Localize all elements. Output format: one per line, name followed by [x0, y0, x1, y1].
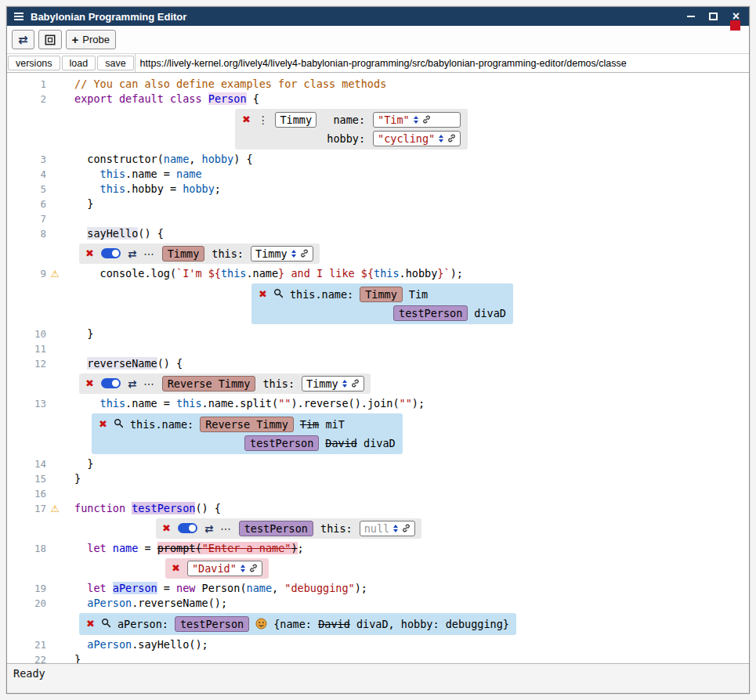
example-badge[interactable]: testPerson	[239, 521, 313, 536]
delete-button[interactable]: ✖	[162, 522, 171, 534]
frame-button[interactable]	[38, 30, 62, 49]
link-icon[interactable]	[351, 379, 360, 388]
code-line[interactable]: 4 this.name = name	[7, 167, 749, 182]
more-options-icon[interactable]: ⋯	[143, 247, 155, 260]
link-icon[interactable]	[422, 115, 431, 124]
code-line[interactable]: 22}	[7, 652, 749, 663]
stepper-icon[interactable]	[439, 135, 443, 143]
swap-button[interactable]: ⇄	[12, 30, 34, 49]
probe-values: Tim	[409, 288, 428, 301]
example-badge[interactable]: Timmy	[360, 287, 403, 302]
code-line[interactable]: 9⚠ console.log(`I'm ${this.name} and I l…	[7, 266, 749, 281]
minimize-button[interactable]	[685, 11, 696, 23]
code-line[interactable]: 8 sayHello() {	[7, 226, 749, 241]
code-line[interactable]: 6 }	[7, 197, 749, 211]
param-value-input[interactable]: "Tim"	[373, 112, 461, 128]
link-icon[interactable]	[447, 134, 456, 143]
probe-values: divaD	[474, 307, 506, 319]
example-widget: ✖⇄⋯testPersonthis:null	[156, 518, 421, 539]
status-text: Ready	[13, 667, 45, 680]
code-line[interactable]: 15}	[7, 471, 749, 486]
code-text: console.log(`I'm ${this.name} and I like…	[74, 266, 463, 281]
code-line[interactable]: 7	[7, 211, 749, 226]
code-line[interactable]: 5 this.hobby = hobby;	[7, 182, 749, 197]
more-options-icon[interactable]: ⋯	[143, 377, 155, 390]
probe-row: ✖aPerson:testPerson{name: David divaD, h…	[86, 616, 509, 632]
code-line[interactable]: 12 reverseName() {	[7, 356, 749, 371]
line-number: 1	[7, 77, 46, 92]
example-toggle[interactable]	[178, 523, 197, 533]
example-badge[interactable]: Reverse Timmy	[162, 376, 256, 391]
example-badge[interactable]: testPerson	[244, 435, 319, 451]
url-input[interactable]	[135, 54, 749, 72]
delete-button[interactable]: ✖	[85, 247, 94, 259]
example-toggle[interactable]	[101, 378, 121, 388]
probe-value: divaD	[474, 307, 506, 319]
example-badge[interactable]: testPerson	[393, 305, 468, 321]
load-button[interactable]: load	[62, 56, 96, 70]
code-line[interactable]: 20 aPerson.reverseName();	[7, 596, 749, 611]
code-line[interactable]: 2export default class Person {	[7, 92, 749, 106]
link-icon[interactable]	[402, 524, 411, 532]
save-button[interactable]: save	[97, 56, 133, 70]
code-token: ,	[189, 153, 201, 165]
stepper-icon[interactable]	[342, 380, 347, 388]
example-name-input[interactable]: Timmy	[275, 112, 317, 128]
delete-button[interactable]: ✖	[85, 377, 94, 389]
code-line[interactable]: 1// You can also define examples for cla…	[7, 77, 749, 92]
link-icon[interactable]	[249, 564, 258, 572]
line-number: 9	[7, 266, 46, 281]
line-number: 8	[7, 226, 46, 241]
swap-icon[interactable]: ⇄	[128, 377, 136, 390]
stepper-icon[interactable]	[393, 525, 398, 532]
this-value-select[interactable]: null	[360, 521, 416, 536]
code-line[interactable]: 3 constructor(name, hobby) {	[7, 152, 749, 167]
maximize-button[interactable]	[707, 11, 719, 23]
add-probe-button[interactable]: + Probe	[66, 30, 116, 49]
probe-row: ✖this.name:Reverse TimmyTim miT	[99, 417, 345, 432]
delete-button[interactable]: ✖	[259, 288, 267, 300]
example-badge[interactable]: testPerson	[175, 616, 249, 632]
this-value-select[interactable]: Timmy	[302, 376, 364, 391]
example-badge[interactable]: Timmy	[162, 246, 205, 262]
code-token: class	[170, 92, 202, 105]
delete-button[interactable]: ✖	[172, 562, 180, 574]
code-editor[interactable]: 1// You can also define examples for cla…	[7, 73, 749, 663]
menu-icon[interactable]	[14, 13, 24, 20]
stepper-icon[interactable]	[291, 250, 296, 258]
swap-icon[interactable]: ⇄	[128, 247, 136, 260]
code-text: sayHello() {	[74, 226, 164, 241]
this-value-select[interactable]: Timmy	[251, 246, 313, 262]
code-text: }	[74, 471, 81, 486]
title-bar[interactable]: Babylonian Programming Editor ×	[7, 7, 749, 26]
example-toggle[interactable]	[101, 248, 121, 258]
stepper-icon[interactable]	[241, 565, 245, 572]
drag-handle-icon[interactable]: ⋮	[258, 114, 269, 126]
link-icon[interactable]	[300, 249, 309, 258]
code-token: "Enter a name"	[202, 542, 291, 554]
delete-button[interactable]: ✖	[99, 418, 107, 430]
this-label: this:	[212, 247, 244, 260]
code-line[interactable]: 18 let name = prompt("Enter a name");	[7, 541, 749, 556]
code-line[interactable]: 13 this.name = this.name.split("").rever…	[7, 396, 749, 411]
code-line[interactable]: 17⚠function testPerson() {	[7, 501, 749, 516]
code-line[interactable]: 10 }	[7, 327, 749, 341]
swap-icon[interactable]: ⇄	[204, 522, 213, 535]
line-number: 6	[7, 197, 46, 211]
value-text: Timmy	[280, 113, 312, 127]
replacement-value-input[interactable]: "David"	[187, 561, 262, 576]
example-badge[interactable]: Reverse Timmy	[200, 417, 294, 432]
code-line[interactable]: 14 }	[7, 456, 749, 471]
versions-button[interactable]: versions	[8, 56, 60, 70]
code-token: );	[450, 267, 463, 280]
delete-button[interactable]: ✖	[86, 618, 95, 630]
code-line[interactable]: 11	[7, 341, 749, 356]
stepper-icon[interactable]	[414, 116, 418, 124]
code-line[interactable]: 21 aPerson.sayHello();	[7, 637, 749, 652]
delete-button[interactable]: ✖	[242, 114, 251, 125]
more-options-icon[interactable]: ⋯	[220, 522, 232, 535]
code-line[interactable]: 19 let aPerson = new Person(name, "debug…	[7, 581, 749, 596]
param-value-input[interactable]: "cycling"	[373, 131, 461, 146]
code-line[interactable]: 16	[7, 486, 749, 501]
example-widget: ✖⇄⋯Timmythis:Timmy	[79, 244, 320, 264]
